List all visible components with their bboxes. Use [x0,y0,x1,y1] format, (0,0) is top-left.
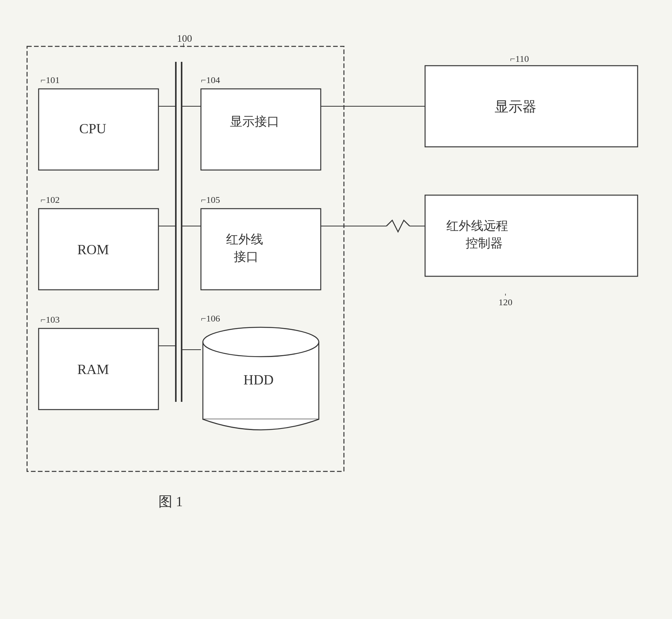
svg-text:⌐103: ⌐103 [41,315,60,325]
svg-text:HDD: HDD [243,372,274,388]
svg-text:红外线远程: 红外线远程 [446,219,508,233]
svg-rect-24 [39,209,158,290]
svg-text:⌐106: ⌐106 [201,313,220,323]
svg-rect-30 [201,209,321,290]
svg-text:CPU: CPU [79,121,106,136]
svg-text:接口: 接口 [234,250,259,264]
svg-text:⌐102: ⌐102 [41,195,60,205]
connection-lines: 100 ⌐101 ⌐102 ⌐103 ⌐104 [15,23,657,583]
svg-text:⌐104: ⌐104 [201,75,220,85]
svg-rect-0 [27,46,344,471]
svg-text:显示接口: 显示接口 [230,114,279,128]
svg-rect-38 [425,195,638,276]
diagram: 100 ⌐101 ⌐102 ⌐103 ⌐104 [15,23,657,583]
svg-text:红外线: 红外线 [226,232,263,246]
svg-text:ROM: ROM [77,242,109,257]
svg-rect-28 [201,89,321,170]
svg-point-34 [203,327,319,357]
svg-text:⌐101: ⌐101 [41,75,60,85]
svg-text:RAM: RAM [77,362,109,377]
svg-rect-33 [203,342,319,419]
svg-rect-36 [425,66,638,147]
svg-text:⌐105: ⌐105 [201,195,220,205]
svg-text:显示器: 显示器 [495,99,536,114]
label-100-text: 100 [177,33,192,44]
svg-rect-22 [39,89,158,170]
svg-text:⌐110: ⌐110 [510,54,529,64]
svg-rect-26 [39,328,158,410]
svg-text:控制器: 控制器 [466,236,503,250]
svg-text:图  1: 图 1 [158,494,183,509]
svg-text:120: 120 [498,297,512,307]
